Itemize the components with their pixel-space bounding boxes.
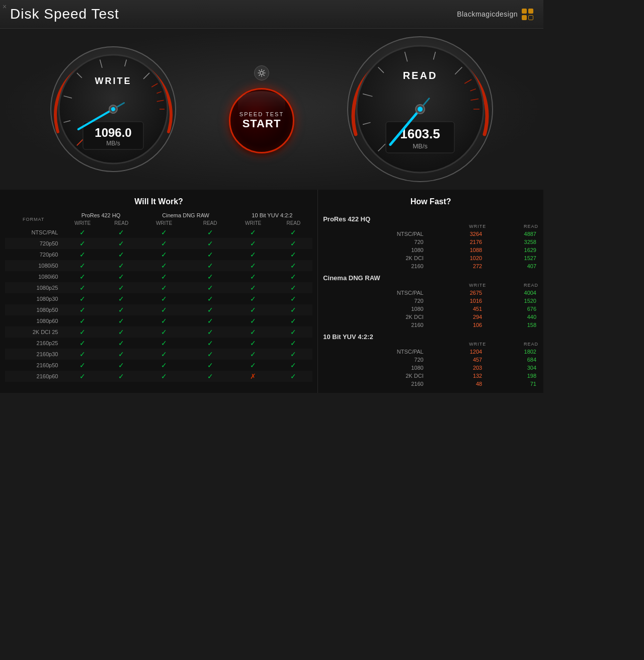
check-icon: ✓ [79, 228, 86, 236]
check-cell: ✓ [103, 260, 140, 271]
format-cell: 1080p25 [5, 282, 62, 293]
check-icon: ✓ [79, 273, 86, 281]
check-icon: ✓ [161, 361, 167, 369]
format-cell: 1080i50 [5, 260, 62, 271]
brand-name: Blackmagicdesign [457, 10, 518, 18]
check-icon: ✓ [79, 262, 86, 270]
check-icon: ✓ [118, 339, 124, 347]
check-icon: ✓ [161, 228, 167, 236]
check-cell: ✓ [188, 238, 231, 249]
start-button[interactable]: SPEED TEST START [229, 88, 294, 153]
check-icon: ✓ [290, 295, 296, 303]
col-header [323, 283, 428, 289]
read-value: 158 [486, 321, 538, 329]
check-cell: ✓ [140, 349, 189, 360]
check-icon: ✓ [290, 228, 296, 236]
check-icon: ✓ [250, 328, 256, 336]
format-cell: 720p50 [5, 238, 62, 249]
write-value: 1016 [428, 297, 487, 305]
col-header: WRITE [428, 224, 487, 230]
check-cell: ✓ [275, 304, 313, 315]
write-value: 106 [428, 321, 487, 329]
table-row: 72021763258 [323, 238, 538, 246]
table-row: 2K DCI132198 [323, 372, 538, 380]
check-icon: ✓ [250, 350, 256, 358]
gauge-section: WRITE 1096.0 MB/s [0, 29, 543, 190]
check-icon: ✓ [161, 350, 167, 358]
format-cell: 2K DCI 25 [5, 326, 62, 338]
format-label: 2K DCI [323, 313, 428, 321]
read-value: 198 [486, 372, 538, 380]
check-icon: ✓ [118, 262, 124, 270]
check-icon: ✓ [207, 251, 213, 259]
check-cell: ✓ [103, 304, 140, 315]
format-label: 2K DCI [323, 372, 428, 380]
check-cell: ✓ [275, 293, 313, 304]
check-cell: ✓ [103, 326, 140, 338]
check-cell: ✓ [62, 227, 103, 238]
table-row: NTSC/PAL26754004 [323, 289, 538, 297]
check-icon: ✓ [161, 306, 167, 314]
write-value: 1204 [428, 348, 487, 356]
settings-icon[interactable] [254, 65, 269, 80]
read-value: 1629 [486, 246, 538, 254]
check-icon: ✓ [79, 328, 86, 336]
check-cell: ✓ [140, 271, 189, 282]
col-header: READ [486, 283, 538, 289]
check-icon: ✓ [79, 339, 86, 347]
brand-dot-4 [528, 15, 533, 20]
format-label: 1080 [323, 364, 428, 372]
check-icon: ✓ [118, 295, 124, 303]
check-cell: ✓ [275, 371, 313, 382]
table-row: 2K DCI294440 [323, 313, 538, 321]
check-icon: ✓ [161, 328, 167, 336]
column-header-row: WRITEREAD [323, 224, 538, 230]
check-icon: ✓ [290, 339, 296, 347]
check-cell: ✓ [62, 349, 103, 360]
table-row: NTSC/PAL32644887 [323, 230, 538, 238]
check-cell: ✓ [62, 304, 103, 315]
check-cell: ✓ [140, 293, 189, 304]
check-cell: ✓ [62, 260, 103, 271]
table-row: 1080451676 [323, 305, 538, 313]
check-icon: ✓ [161, 284, 167, 292]
format-col-header: FORMAT [5, 211, 62, 227]
check-cell: ✓ [140, 304, 189, 315]
check-icon: ✓ [207, 372, 213, 380]
check-icon: ✓ [79, 361, 86, 369]
check-icon: ✓ [207, 295, 213, 303]
check-icon: ✓ [207, 361, 213, 369]
check-icon: ✓ [118, 317, 124, 325]
check-icon: ✓ [161, 239, 167, 248]
check-cell: ✓ [232, 260, 275, 271]
write-value: 3264 [428, 230, 487, 238]
cdng-write-header: WRITE [140, 219, 189, 227]
prores-read-header: READ [103, 219, 140, 227]
check-icon: ✓ [79, 372, 86, 380]
check-cell: ✓ [275, 349, 313, 360]
check-icon: ✓ [79, 306, 86, 314]
check-cell: ✓ [140, 249, 189, 260]
yuv-header: 10 Bit YUV 4:2:2 [232, 211, 313, 219]
close-button[interactable]: × [3, 3, 7, 11]
check-icon: ✓ [290, 284, 296, 292]
check-icon: ✓ [290, 306, 296, 314]
read-value: 440 [486, 313, 538, 321]
data-section: Will It Work? FORMAT ProRes 422 HQ Cinem… [0, 190, 543, 393]
write-value: 2176 [428, 238, 487, 246]
check-cell: ✓ [140, 227, 189, 238]
table-row: 108010881629 [323, 246, 538, 254]
col-header: WRITE [428, 342, 487, 348]
svg-text:READ: READ [403, 70, 438, 81]
check-cell: ✓ [62, 282, 103, 293]
check-cell: ✓ [188, 293, 231, 304]
table-row: 1080p30✓✓✓✓✓✓ [5, 293, 312, 304]
check-icon: ✓ [250, 306, 256, 314]
prores-header: ProRes 422 HQ [62, 211, 139, 219]
check-cell: ✓ [188, 315, 231, 326]
check-icon: ✓ [118, 273, 124, 281]
brand-dot-1 [522, 9, 527, 14]
check-icon: ✓ [290, 262, 296, 270]
check-icon: ✓ [207, 262, 213, 270]
table-row: NTSC/PAL12041802 [323, 348, 538, 356]
